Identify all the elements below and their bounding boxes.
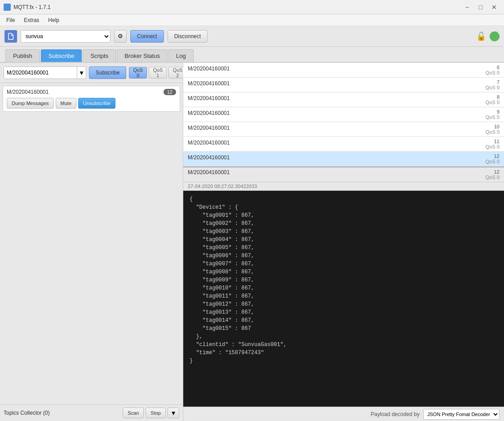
msg-topic: M/202004160001	[188, 124, 230, 132]
detail-timestamp: 27-04-2020 08:27:02.30422033	[183, 182, 504, 191]
maximize-button[interactable]: □	[474, 1, 487, 13]
decoder-select[interactable]: JSON Pretty Fomat Decoder Plain Text Hex	[423, 409, 500, 420]
sub-count: 12	[164, 89, 176, 95]
qos0-button[interactable]: QoS 0	[129, 67, 147, 79]
msg-num: 12	[486, 153, 500, 159]
topic-input-wrap: ▼	[4, 66, 86, 79]
qos1-button[interactable]: QoS 1	[149, 67, 167, 79]
msg-meta: 9 QoS 0	[486, 109, 500, 120]
msg-topic: M/202004160001	[188, 153, 230, 162]
msg-qos: QoS 0	[486, 85, 500, 90]
message-item[interactable]: M/202004160001 7 QoS 0	[183, 78, 504, 92]
tc-more-button[interactable]: ▼	[168, 408, 179, 418]
content-area: ▼ Subscribe QoS 0 QoS 1 QoS 2 Autoscroll…	[0, 63, 504, 421]
topic-dropdown-button[interactable]: ▼	[77, 67, 86, 79]
message-list: M/202004160001 6 QoS 0 M/202004160001 7 …	[183, 63, 504, 167]
stop-button[interactable]: Stop	[146, 408, 166, 418]
detail-payload: { "Device1" : { "tag0001" : 867, "tag000…	[183, 191, 504, 407]
msg-topic: M/202004160001	[188, 65, 230, 73]
title-bar: MQTT.fx - 1.7.1 − □ ✕	[0, 0, 504, 14]
sub-actions: Dump Messages Mute Unsubscribe	[7, 98, 176, 109]
msg-topic: M/202004160001	[188, 139, 230, 147]
detail-header: M/202004160001 12 QoS 0	[183, 167, 504, 182]
msg-meta: 6 QoS 0	[486, 65, 500, 75]
unsubscribe-button[interactable]: Unsubscribe	[78, 98, 115, 109]
msg-meta: 11 QoS 0	[486, 139, 500, 149]
close-button[interactable]: ✕	[488, 1, 500, 13]
msg-meta: 8 QoS 0	[486, 94, 500, 105]
main-tabs: Publish Subscribe Scripts Broker Status …	[0, 47, 504, 63]
msg-num: 8	[486, 94, 500, 100]
scan-button[interactable]: Scan	[123, 408, 144, 418]
message-item[interactable]: M/202004160001 6 QoS 0	[183, 63, 504, 78]
subscription-item: M/202004160001 12 Dump Messages Mute Uns…	[3, 86, 180, 112]
tab-scripts[interactable]: Scripts	[83, 49, 116, 62]
subscription-list: M/202004160001 12 Dump Messages Mute Uns…	[0, 83, 183, 114]
app-title: MQTT.fx - 1.7.1	[13, 4, 51, 10]
chevron-down-icon: ▼	[79, 70, 84, 76]
menu-help[interactable]: Help	[44, 16, 64, 25]
tab-log[interactable]: Log	[168, 49, 194, 62]
msg-meta: 12 QoS 0	[486, 153, 500, 164]
msg-meta: 7 QoS 0	[486, 79, 500, 90]
left-panel: ▼ Subscribe QoS 0 QoS 1 QoS 2 Autoscroll…	[0, 63, 183, 421]
tab-publish[interactable]: Publish	[5, 49, 40, 62]
app-icon	[4, 4, 11, 11]
msg-qos: QoS 0	[486, 129, 500, 135]
msg-num: 7	[486, 79, 500, 85]
topics-collector-label: Topics Collector (0)	[4, 410, 50, 416]
tc-more-icon: ▼	[170, 410, 176, 417]
msg-num: 11	[486, 139, 500, 144]
topics-collector-buttons: Scan Stop ▼	[123, 408, 179, 418]
message-item[interactable]: M/202004160001 11 QoS 0	[183, 137, 504, 152]
msg-num: 6	[486, 65, 500, 70]
subscribe-bar: ▼ Subscribe QoS 0 QoS 1 QoS 2 Autoscroll…	[0, 63, 183, 83]
window-controls: − □ ✕	[461, 1, 500, 13]
message-item[interactable]: M/202004160001 10 QoS 0	[183, 122, 504, 137]
msg-qos: QoS 0	[486, 159, 500, 164]
menu-extras[interactable]: Extras	[19, 16, 44, 25]
tab-subscribe[interactable]: Subscribe	[41, 49, 82, 62]
connection-status-dot	[490, 31, 500, 41]
topic-input[interactable]	[4, 67, 77, 79]
message-item[interactable]: M/202004160001 9 QoS 0	[183, 107, 504, 122]
msg-qos: QoS 0	[486, 114, 500, 120]
message-detail: M/202004160001 12 QoS 0 27-04-2020 08:27…	[183, 167, 504, 407]
msg-meta: 10 QoS 0	[486, 124, 500, 135]
subscribe-button[interactable]: Subscribe	[89, 66, 126, 79]
msg-topic: M/202004160001	[188, 109, 230, 117]
sub-topic: M/202004160001	[7, 89, 49, 95]
lock-icon: 🔓	[476, 31, 486, 41]
toolbar: sunvua ⚙ Connect Disconnect 🔓	[0, 26, 504, 47]
msg-num: 10	[486, 124, 500, 129]
detail-qos: QoS 0	[486, 175, 500, 180]
tab-broker-status[interactable]: Broker Status	[117, 49, 168, 62]
minimize-button[interactable]: −	[461, 1, 473, 13]
detail-topic: M/202004160001	[188, 169, 230, 175]
msg-qos: QoS 0	[486, 70, 500, 75]
detail-meta: 12 QoS 0	[486, 169, 500, 180]
topics-collector: Topics Collector (0) Scan Stop ▼	[0, 404, 183, 421]
decoder-label: Payload decoded by	[371, 411, 420, 417]
connect-button[interactable]: Connect	[130, 30, 164, 43]
menu-file[interactable]: File	[2, 16, 19, 25]
dump-messages-button[interactable]: Dump Messages	[7, 98, 54, 109]
sub-item-header: M/202004160001 12	[7, 89, 176, 95]
right-panel: M/202004160001 6 QoS 0 M/202004160001 7 …	[183, 63, 504, 421]
qos-buttons: QoS 0 QoS 1 QoS 2	[129, 67, 186, 79]
detail-num: 12	[486, 169, 500, 175]
message-item[interactable]: M/202004160001 12 QoS 0	[183, 152, 504, 167]
msg-topic: M/202004160001	[188, 79, 230, 88]
connection-select[interactable]: sunvua	[21, 30, 111, 43]
msg-topic: M/202004160001	[188, 94, 230, 102]
disconnect-button[interactable]: Disconnect	[168, 30, 208, 43]
gear-icon: ⚙	[118, 33, 123, 39]
settings-button[interactable]: ⚙	[114, 30, 127, 43]
menu-bar: File Extras Help	[0, 14, 504, 26]
mute-button[interactable]: Mute	[56, 98, 76, 109]
message-item[interactable]: M/202004160001 8 QoS 0	[183, 92, 504, 107]
footer: Payload decoded by JSON Pretty Fomat Dec…	[183, 407, 504, 421]
msg-qos: QoS 0	[486, 100, 500, 105]
msg-qos: QoS 0	[486, 144, 500, 149]
msg-num: 9	[486, 109, 500, 114]
